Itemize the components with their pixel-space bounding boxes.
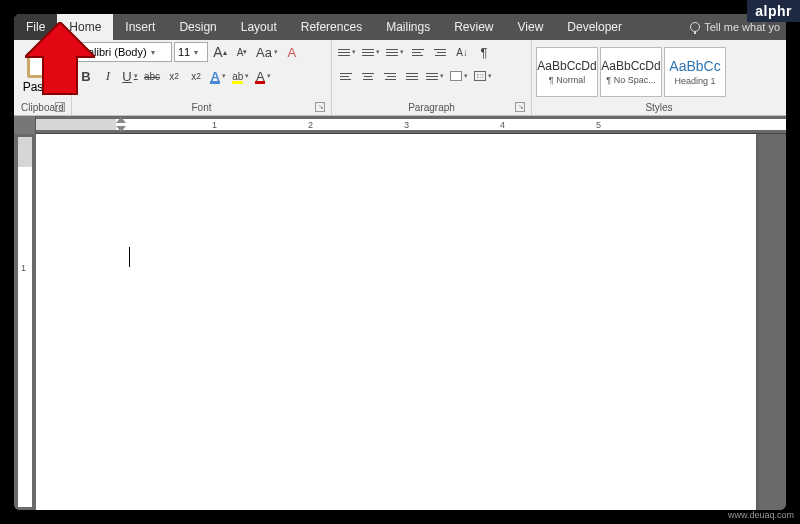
tab-home[interactable]: Home bbox=[57, 14, 113, 40]
line-spacing-button[interactable]: ▾ bbox=[424, 66, 446, 86]
tab-insert[interactable]: Insert bbox=[113, 14, 167, 40]
text-cursor bbox=[129, 247, 130, 267]
grow-font-button[interactable]: A▴ bbox=[210, 42, 230, 62]
clear-formatting-button[interactable]: A bbox=[282, 42, 302, 62]
hanging-indent-icon[interactable] bbox=[116, 126, 126, 132]
tell-me-label: Tell me what yo bbox=[704, 21, 780, 33]
decrease-indent-button[interactable] bbox=[408, 42, 428, 62]
paragraph-launcher[interactable]: ↘ bbox=[515, 102, 525, 112]
italic-button[interactable]: I bbox=[98, 66, 118, 86]
watermark: www.deuaq.com bbox=[728, 510, 794, 520]
show-marks-button[interactable]: ¶ bbox=[474, 42, 494, 62]
group-label-styles: Styles bbox=[645, 102, 672, 113]
strikethrough-button[interactable]: abc bbox=[142, 66, 162, 86]
brand-badge: alphr bbox=[747, 0, 800, 22]
font-color-button[interactable]: A▾ bbox=[253, 66, 273, 86]
group-styles: AaBbCcDd ¶ Normal AaBbCcDd ¶ No Spac... … bbox=[532, 40, 786, 115]
tab-developer[interactable]: Developer bbox=[555, 14, 634, 40]
numbering-button[interactable]: ▾ bbox=[360, 42, 382, 62]
font-family-combo[interactable]: Calibri (Body)▾ bbox=[76, 42, 172, 62]
document-page[interactable] bbox=[36, 134, 756, 510]
font-size-combo[interactable]: 11▾ bbox=[174, 42, 208, 62]
group-font: Calibri (Body)▾ 11▾ A▴ A▾ Aa▾ A B I U▾ a… bbox=[72, 40, 332, 115]
shrink-font-button[interactable]: A▾ bbox=[232, 42, 252, 62]
bullets-button[interactable]: ▾ bbox=[336, 42, 358, 62]
borders-icon bbox=[474, 71, 486, 81]
align-left-button[interactable] bbox=[336, 66, 356, 86]
clipboard-launcher[interactable]: ↘ bbox=[55, 102, 65, 112]
first-line-indent-icon[interactable] bbox=[116, 117, 126, 123]
borders-button[interactable]: ▾ bbox=[472, 66, 494, 86]
paste-button[interactable]: Paste bbox=[18, 50, 58, 94]
multilevel-button[interactable]: ▾ bbox=[384, 42, 406, 62]
align-center-button[interactable] bbox=[358, 66, 378, 86]
superscript-button[interactable]: x2 bbox=[186, 66, 206, 86]
tab-references[interactable]: References bbox=[289, 14, 374, 40]
underline-button[interactable]: U▾ bbox=[120, 66, 140, 86]
highlight-button[interactable]: ab▾ bbox=[230, 66, 251, 86]
clipboard-icon bbox=[27, 52, 49, 78]
group-paragraph: ▾ ▾ ▾ A↓ ¶ ▾ ▾ ▾ Paragra bbox=[332, 40, 532, 115]
style-no-spacing[interactable]: AaBbCcDd ¶ No Spac... bbox=[600, 47, 662, 97]
tell-me-search[interactable]: Tell me what yo bbox=[684, 21, 786, 33]
paste-label: Paste bbox=[23, 80, 54, 94]
text-effects-button[interactable]: A▾ bbox=[208, 66, 228, 86]
workarea: 1 bbox=[14, 134, 786, 510]
sort-button[interactable]: A↓ bbox=[452, 42, 472, 62]
ribbon: Paste Clipboard↘ Calibri (Body)▾ 11▾ A▴ … bbox=[14, 40, 786, 116]
style-normal[interactable]: AaBbCcDd ¶ Normal bbox=[536, 47, 598, 97]
group-clipboard: Paste Clipboard↘ bbox=[14, 40, 72, 115]
tab-design[interactable]: Design bbox=[167, 14, 228, 40]
style-heading-1[interactable]: AaBbCc Heading 1 bbox=[664, 47, 726, 97]
justify-button[interactable] bbox=[402, 66, 422, 86]
group-label-font: Font bbox=[191, 102, 211, 113]
app-window: File Home Insert Design Layout Reference… bbox=[14, 14, 786, 510]
align-right-button[interactable] bbox=[380, 66, 400, 86]
tab-review[interactable]: Review bbox=[442, 14, 505, 40]
change-case-button[interactable]: Aa▾ bbox=[254, 42, 280, 62]
bold-button[interactable]: B bbox=[76, 66, 96, 86]
paint-bucket-icon bbox=[450, 71, 462, 81]
tab-layout[interactable]: Layout bbox=[229, 14, 289, 40]
ruler-horizontal[interactable]: 1 2 3 4 5 bbox=[14, 116, 786, 134]
tab-mailings[interactable]: Mailings bbox=[374, 14, 442, 40]
increase-indent-button[interactable] bbox=[430, 42, 450, 62]
tab-file[interactable]: File bbox=[14, 14, 57, 40]
ruler-vertical[interactable]: 1 bbox=[14, 134, 36, 510]
tab-view[interactable]: View bbox=[506, 14, 556, 40]
subscript-button[interactable]: x2 bbox=[164, 66, 184, 86]
shading-button[interactable]: ▾ bbox=[448, 66, 470, 86]
font-launcher[interactable]: ↘ bbox=[315, 102, 325, 112]
lightbulb-icon bbox=[690, 22, 700, 32]
ribbon-tabbar: File Home Insert Design Layout Reference… bbox=[14, 14, 786, 40]
group-label-paragraph: Paragraph bbox=[408, 102, 455, 113]
